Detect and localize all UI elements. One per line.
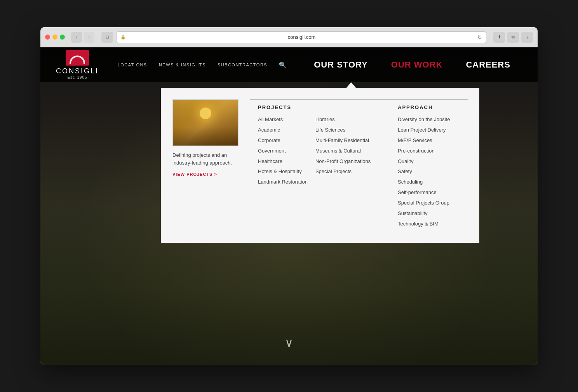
logo-text[interactable]: Consigli	[56, 67, 99, 75]
scroll-arrow[interactable]: ∨	[285, 336, 293, 349]
approach-title: APPROACH	[398, 100, 468, 113]
approach-special-group[interactable]: Special Projects Group	[398, 200, 468, 206]
project-special[interactable]: Special Projects	[315, 168, 371, 175]
share-button[interactable]: ⬆	[493, 32, 505, 43]
approach-scheduling[interactable]: Scheduling	[398, 179, 468, 186]
our-story-nav[interactable]: OUR STORY	[302, 60, 380, 70]
website: Consigli Est. 1905 LOCATIONS NEWS & INSI…	[40, 47, 538, 365]
logo-arch	[70, 56, 85, 64]
address-bar[interactable]: 🔒 consigli.com ↻	[116, 31, 486, 43]
approach-mep[interactable]: M/E/P Services	[398, 137, 468, 144]
dropdown-menu: Defining projects and an industry-leadin…	[161, 88, 479, 243]
dropdown-approach-panel: APPROACH Diversity on the Jobsite Lean P…	[390, 99, 468, 231]
projects-column-1: All Markets Academic Corporate Governmen…	[258, 116, 308, 186]
approach-safety[interactable]: Safety	[398, 168, 468, 175]
projects-column-2: Libraries Life Sciences Multi-Family Res…	[315, 116, 371, 186]
project-non-profit[interactable]: Non-Profit Organizations	[315, 158, 371, 165]
reader-view-button[interactable]: ⊟	[101, 32, 113, 43]
dropdown-image	[172, 99, 239, 146]
logo-icon	[66, 50, 89, 66]
project-libraries[interactable]: Libraries	[315, 116, 371, 123]
approach-sustainability[interactable]: Sustainability	[398, 210, 468, 217]
dropdown-container: Defining projects and an industry-leadin…	[40, 82, 538, 243]
dropdown-left-panel: Defining projects and an industry-leadin…	[172, 99, 250, 231]
project-hotels[interactable]: Hotels & Hospitality	[258, 168, 308, 175]
approach-lean[interactable]: Lean Project Delivery	[398, 127, 468, 134]
forward-button[interactable]: ›	[84, 32, 94, 43]
news-insights-link[interactable]: NEWS & INSIGHTS	[159, 62, 206, 67]
approach-diversity[interactable]: Diversity on the Jobsite	[398, 116, 468, 123]
view-projects-link[interactable]: VIEW PROJECTS >	[172, 172, 217, 177]
projects-title: PROJECTS	[258, 100, 382, 113]
project-landmark[interactable]: Landmark Restoration	[258, 179, 308, 186]
fullscreen-button[interactable]	[60, 35, 65, 40]
browser-actions: ⬆ ⧉ +	[493, 32, 533, 43]
new-tab-button[interactable]: +	[521, 32, 533, 43]
browser-window: ‹ › ⊟ 🔒 consigli.com ↻ ⬆ ⧉ + Consigli	[40, 27, 538, 365]
logo-area: Consigli Est. 1905	[56, 50, 99, 80]
main-nav: OUR STORY OUR WORK CAREERS	[302, 60, 522, 70]
dropdown-projects-panel: PROJECTS All Markets Academic Corporate …	[250, 99, 390, 231]
careers-nav[interactable]: CAREERS	[454, 60, 522, 70]
project-life-sciences[interactable]: Life Sciences	[315, 127, 371, 134]
subcontractors-link[interactable]: SUBCONTRACTORS	[218, 62, 267, 67]
top-nav-links: LOCATIONS NEWS & INSIGHTS SUBCONTRACTORS	[118, 62, 268, 67]
project-healthcare[interactable]: Healthcare	[258, 158, 308, 165]
dropdown-arrow	[346, 82, 356, 88]
close-button[interactable]	[45, 35, 50, 40]
approach-self-performance[interactable]: Self-performance	[398, 189, 468, 196]
locations-link[interactable]: LOCATIONS	[118, 62, 147, 67]
project-multi-family[interactable]: Multi-Family Residential	[315, 137, 371, 144]
add-tab-button[interactable]: ⧉	[507, 32, 519, 43]
back-button[interactable]: ‹	[71, 32, 82, 43]
dropdown-description: Defining projects and an industry-leadin…	[172, 151, 242, 167]
browser-titlebar: ‹ › ⊟ 🔒 consigli.com ↻ ⬆ ⧉ +	[40, 27, 538, 47]
our-work-nav[interactable]: OUR WORK	[380, 60, 454, 70]
minimize-button[interactable]	[52, 35, 57, 40]
projects-columns: All Markets Academic Corporate Governmen…	[258, 116, 382, 186]
project-corporate[interactable]: Corporate	[258, 137, 308, 144]
reload-button[interactable]: ↻	[477, 34, 482, 40]
project-academic[interactable]: Academic	[258, 127, 308, 134]
approach-technology[interactable]: Technology & BIM	[398, 221, 468, 227]
lock-icon: 🔒	[120, 35, 126, 40]
url-text: consigli.com	[128, 34, 475, 40]
search-button[interactable]: 🔍	[279, 61, 287, 69]
project-museums[interactable]: Museums & Cultural	[315, 148, 371, 154]
approach-preconstruction[interactable]: Pre-construction	[398, 148, 468, 154]
project-government[interactable]: Government	[258, 148, 308, 154]
project-all-markets[interactable]: All Markets	[258, 116, 308, 123]
site-header: Consigli Est. 1905 LOCATIONS NEWS & INSI…	[40, 47, 538, 82]
approach-quality[interactable]: Quality	[398, 158, 468, 165]
browser-nav-buttons: ‹ ›	[71, 32, 94, 43]
traffic-lights	[45, 35, 65, 40]
logo-est: Est. 1905	[67, 75, 87, 80]
